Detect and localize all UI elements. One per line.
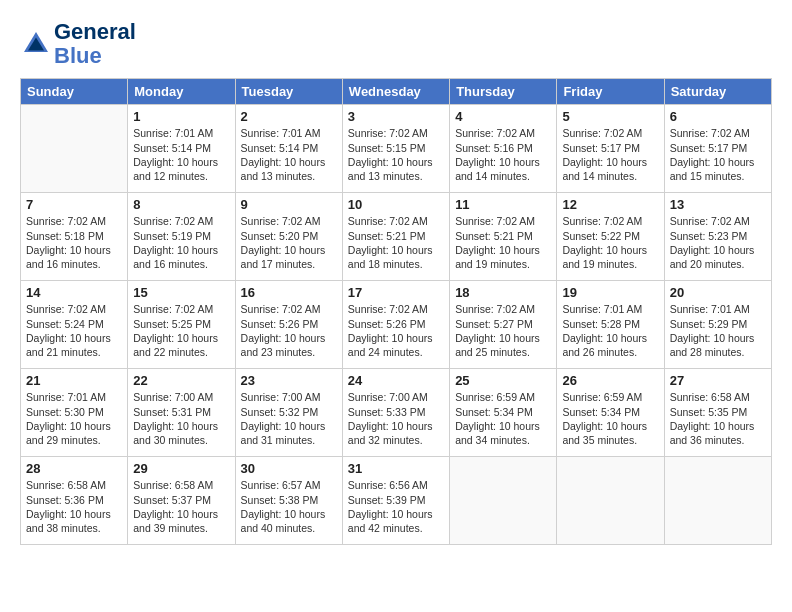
day-info: Sunrise: 7:02 AM Sunset: 5:20 PM Dayligh… [241,214,337,271]
weekday-header-tuesday: Tuesday [235,79,342,105]
calendar-cell: 15Sunrise: 7:02 AM Sunset: 5:25 PM Dayli… [128,281,235,369]
day-info: Sunrise: 7:02 AM Sunset: 5:26 PM Dayligh… [241,302,337,359]
week-row-5: 28Sunrise: 6:58 AM Sunset: 5:36 PM Dayli… [21,457,772,545]
calendar-cell: 8Sunrise: 7:02 AM Sunset: 5:19 PM Daylig… [128,193,235,281]
calendar-table: SundayMondayTuesdayWednesdayThursdayFrid… [20,78,772,545]
day-number: 22 [133,373,229,388]
day-number: 5 [562,109,658,124]
calendar-cell: 3Sunrise: 7:02 AM Sunset: 5:15 PM Daylig… [342,105,449,193]
day-number: 9 [241,197,337,212]
day-info: Sunrise: 6:57 AM Sunset: 5:38 PM Dayligh… [241,478,337,535]
day-number: 19 [562,285,658,300]
weekday-header-row: SundayMondayTuesdayWednesdayThursdayFrid… [21,79,772,105]
calendar-cell: 30Sunrise: 6:57 AM Sunset: 5:38 PM Dayli… [235,457,342,545]
day-number: 6 [670,109,766,124]
day-info: Sunrise: 7:02 AM Sunset: 5:21 PM Dayligh… [455,214,551,271]
calendar-cell: 25Sunrise: 6:59 AM Sunset: 5:34 PM Dayli… [450,369,557,457]
day-info: Sunrise: 6:58 AM Sunset: 5:36 PM Dayligh… [26,478,122,535]
day-number: 23 [241,373,337,388]
calendar-cell: 10Sunrise: 7:02 AM Sunset: 5:21 PM Dayli… [342,193,449,281]
calendar-cell: 21Sunrise: 7:01 AM Sunset: 5:30 PM Dayli… [21,369,128,457]
calendar-cell: 22Sunrise: 7:00 AM Sunset: 5:31 PM Dayli… [128,369,235,457]
calendar-cell: 24Sunrise: 7:00 AM Sunset: 5:33 PM Dayli… [342,369,449,457]
day-info: Sunrise: 7:02 AM Sunset: 5:21 PM Dayligh… [348,214,444,271]
day-number: 11 [455,197,551,212]
day-info: Sunrise: 6:58 AM Sunset: 5:37 PM Dayligh… [133,478,229,535]
day-number: 31 [348,461,444,476]
day-info: Sunrise: 6:58 AM Sunset: 5:35 PM Dayligh… [670,390,766,447]
calendar-cell: 5Sunrise: 7:02 AM Sunset: 5:17 PM Daylig… [557,105,664,193]
calendar-cell: 26Sunrise: 6:59 AM Sunset: 5:34 PM Dayli… [557,369,664,457]
calendar-cell: 11Sunrise: 7:02 AM Sunset: 5:21 PM Dayli… [450,193,557,281]
day-number: 20 [670,285,766,300]
day-info: Sunrise: 7:02 AM Sunset: 5:16 PM Dayligh… [455,126,551,183]
day-number: 27 [670,373,766,388]
day-number: 1 [133,109,229,124]
week-row-1: 1Sunrise: 7:01 AM Sunset: 5:14 PM Daylig… [21,105,772,193]
day-info: Sunrise: 7:01 AM Sunset: 5:28 PM Dayligh… [562,302,658,359]
day-number: 2 [241,109,337,124]
day-info: Sunrise: 7:01 AM Sunset: 5:29 PM Dayligh… [670,302,766,359]
day-info: Sunrise: 6:59 AM Sunset: 5:34 PM Dayligh… [562,390,658,447]
day-number: 4 [455,109,551,124]
calendar-cell: 23Sunrise: 7:00 AM Sunset: 5:32 PM Dayli… [235,369,342,457]
day-number: 28 [26,461,122,476]
weekday-header-monday: Monday [128,79,235,105]
week-row-4: 21Sunrise: 7:01 AM Sunset: 5:30 PM Dayli… [21,369,772,457]
day-info: Sunrise: 7:02 AM Sunset: 5:23 PM Dayligh… [670,214,766,271]
day-info: Sunrise: 7:02 AM Sunset: 5:26 PM Dayligh… [348,302,444,359]
day-number: 16 [241,285,337,300]
calendar-cell [557,457,664,545]
weekday-header-wednesday: Wednesday [342,79,449,105]
calendar-cell: 16Sunrise: 7:02 AM Sunset: 5:26 PM Dayli… [235,281,342,369]
calendar-cell: 17Sunrise: 7:02 AM Sunset: 5:26 PM Dayli… [342,281,449,369]
calendar-cell: 18Sunrise: 7:02 AM Sunset: 5:27 PM Dayli… [450,281,557,369]
day-number: 26 [562,373,658,388]
calendar-cell: 7Sunrise: 7:02 AM Sunset: 5:18 PM Daylig… [21,193,128,281]
day-number: 7 [26,197,122,212]
calendar-cell [21,105,128,193]
calendar-cell: 31Sunrise: 6:56 AM Sunset: 5:39 PM Dayli… [342,457,449,545]
day-info: Sunrise: 7:00 AM Sunset: 5:32 PM Dayligh… [241,390,337,447]
day-info: Sunrise: 7:02 AM Sunset: 5:27 PM Dayligh… [455,302,551,359]
week-row-3: 14Sunrise: 7:02 AM Sunset: 5:24 PM Dayli… [21,281,772,369]
day-number: 3 [348,109,444,124]
day-info: Sunrise: 7:02 AM Sunset: 5:17 PM Dayligh… [670,126,766,183]
day-number: 15 [133,285,229,300]
weekday-header-thursday: Thursday [450,79,557,105]
day-info: Sunrise: 7:02 AM Sunset: 5:15 PM Dayligh… [348,126,444,183]
day-number: 10 [348,197,444,212]
calendar-cell: 14Sunrise: 7:02 AM Sunset: 5:24 PM Dayli… [21,281,128,369]
day-info: Sunrise: 7:01 AM Sunset: 5:14 PM Dayligh… [133,126,229,183]
day-number: 12 [562,197,658,212]
day-info: Sunrise: 7:02 AM Sunset: 5:18 PM Dayligh… [26,214,122,271]
calendar-cell: 20Sunrise: 7:01 AM Sunset: 5:29 PM Dayli… [664,281,771,369]
day-number: 13 [670,197,766,212]
calendar-cell: 27Sunrise: 6:58 AM Sunset: 5:35 PM Dayli… [664,369,771,457]
day-info: Sunrise: 7:02 AM Sunset: 5:25 PM Dayligh… [133,302,229,359]
weekday-header-friday: Friday [557,79,664,105]
calendar-cell: 6Sunrise: 7:02 AM Sunset: 5:17 PM Daylig… [664,105,771,193]
calendar-cell: 9Sunrise: 7:02 AM Sunset: 5:20 PM Daylig… [235,193,342,281]
day-info: Sunrise: 6:56 AM Sunset: 5:39 PM Dayligh… [348,478,444,535]
day-info: Sunrise: 7:01 AM Sunset: 5:14 PM Dayligh… [241,126,337,183]
day-info: Sunrise: 6:59 AM Sunset: 5:34 PM Dayligh… [455,390,551,447]
day-number: 18 [455,285,551,300]
day-number: 30 [241,461,337,476]
calendar-cell: 13Sunrise: 7:02 AM Sunset: 5:23 PM Dayli… [664,193,771,281]
day-info: Sunrise: 7:01 AM Sunset: 5:30 PM Dayligh… [26,390,122,447]
day-number: 24 [348,373,444,388]
calendar-cell: 12Sunrise: 7:02 AM Sunset: 5:22 PM Dayli… [557,193,664,281]
day-info: Sunrise: 7:02 AM Sunset: 5:24 PM Dayligh… [26,302,122,359]
weekday-header-saturday: Saturday [664,79,771,105]
calendar-cell: 28Sunrise: 6:58 AM Sunset: 5:36 PM Dayli… [21,457,128,545]
day-number: 17 [348,285,444,300]
day-number: 8 [133,197,229,212]
page-header: General Blue [20,20,772,68]
logo-text: General Blue [54,20,136,68]
day-info: Sunrise: 7:00 AM Sunset: 5:33 PM Dayligh… [348,390,444,447]
day-info: Sunrise: 7:02 AM Sunset: 5:17 PM Dayligh… [562,126,658,183]
day-number: 21 [26,373,122,388]
day-info: Sunrise: 7:00 AM Sunset: 5:31 PM Dayligh… [133,390,229,447]
day-info: Sunrise: 7:02 AM Sunset: 5:22 PM Dayligh… [562,214,658,271]
